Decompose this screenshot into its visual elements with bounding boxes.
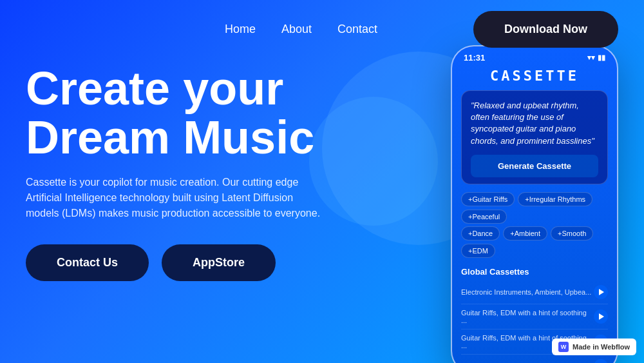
cta-buttons: Contact Us AppStore: [26, 244, 374, 281]
headline-line1: Create your: [26, 63, 283, 114]
nav-home[interactable]: Home: [225, 23, 256, 35]
play-button-4[interactable]: [594, 359, 608, 363]
tags-row-2: +Dance +Ambient +Smooth +EDM: [452, 226, 617, 263]
prompt-box: "Relaxed and upbeat rhythm, often featur…: [461, 90, 608, 184]
hero-description: Cassette is your copilot for music creat…: [26, 175, 322, 221]
appstore-button[interactable]: AppStore: [162, 244, 276, 281]
download-button[interactable]: Download Now: [473, 11, 618, 48]
phone-screen: 11:31 ▾▾ ▮▮ CASSETTE "Relaxed and upbeat…: [451, 45, 618, 363]
cassette-item-1: Electronic Instruments, Ambient, Upbea..…: [461, 280, 608, 304]
tag-edm[interactable]: +EDM: [461, 244, 495, 258]
play-icon-1: [599, 289, 604, 295]
play-button-1[interactable]: [594, 285, 608, 299]
contact-us-button[interactable]: Contact Us: [26, 244, 149, 281]
nav-links: Home About Contact: [225, 23, 377, 36]
tag-smooth[interactable]: +Smooth: [551, 226, 593, 240]
tag-dance[interactable]: +Dance: [461, 226, 500, 240]
global-cassettes-title: Global Cassettes: [461, 267, 608, 277]
cassette-item-text-1: Electronic Instruments, Ambient, Upbea..…: [461, 288, 594, 296]
tag-ambient[interactable]: +Ambient: [503, 226, 547, 240]
cassette-item-4: Electronic Instruments, Repetiti...: [461, 355, 608, 363]
navbar: Home About Contact Download Now: [0, 0, 644, 58]
phone-mockup: 11:31 ▾▾ ▮▮ CASSETTE "Relaxed and upbeat…: [451, 45, 618, 363]
headline-line2: Dream Music: [26, 112, 314, 163]
webflow-label: Made in Webflow: [573, 343, 630, 351]
app-header: CASSETTE: [452, 65, 617, 90]
tag-peaceful[interactable]: +Peaceful: [461, 210, 507, 224]
tag-guitar-riffs[interactable]: +Guitar Riffs: [461, 192, 515, 206]
nav-about[interactable]: About: [281, 23, 312, 35]
hero-content: Create your Dream Music Cassette is your…: [26, 58, 374, 363]
play-button-2[interactable]: [594, 309, 608, 324]
hero-headline: Create your Dream Music: [26, 64, 374, 162]
cassette-item-text-2: Guitar Riffs, EDM with a hint of soothin…: [461, 309, 594, 324]
prompt-text: "Relaxed and upbeat rhythm, often featur…: [471, 100, 598, 147]
nav-contact[interactable]: Contact: [337, 23, 377, 35]
generate-cassette-button[interactable]: Generate Cassette: [471, 155, 598, 177]
play-icon-2: [599, 313, 604, 320]
tag-irregular-rhythms[interactable]: +Irregular Rhythms: [518, 192, 592, 206]
cassette-item-2: Guitar Riffs, EDM with a hint of soothin…: [461, 304, 608, 329]
webflow-badge[interactable]: W Made in Webflow: [552, 338, 636, 355]
webflow-icon: W: [558, 342, 569, 352]
tags-row-1: +Guitar Riffs +Irregular Rhythms +Peacef…: [452, 192, 617, 226]
hero-section: Create your Dream Music Cassette is your…: [0, 58, 644, 363]
cassette-logo: CASSETTE: [452, 68, 617, 84]
